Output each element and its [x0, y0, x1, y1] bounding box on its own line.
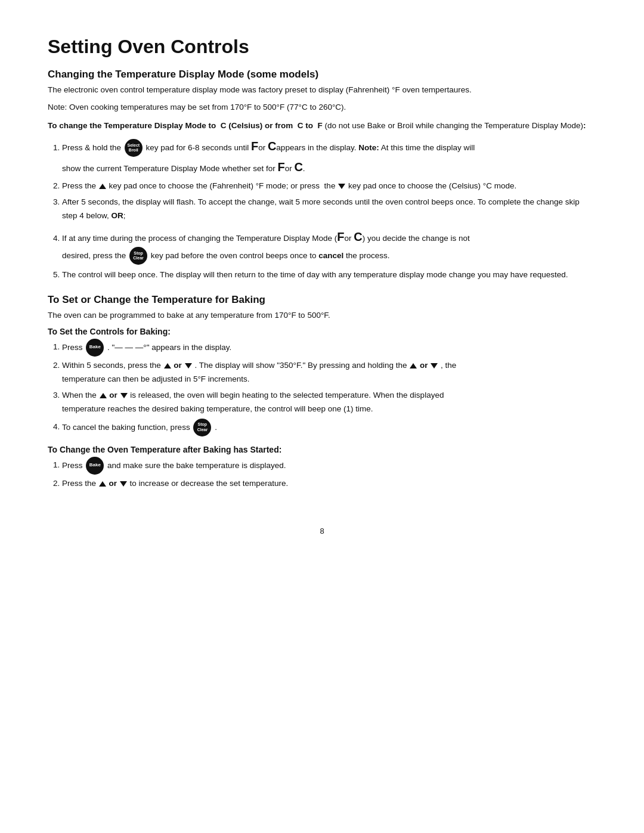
subsection-change-temp: To Change the Oven Temperature after Bak… — [48, 445, 596, 491]
select-broil-button-badge: SelectBroil — [125, 139, 143, 157]
list-item: The control will beep once. The display … — [62, 268, 596, 282]
list-item: Press the or to increase or decrease the… — [62, 477, 596, 491]
list-item: Press & hold the SelectBroil key pad for… — [62, 136, 596, 177]
arrow-down-icon — [185, 363, 192, 368]
arrow-up-icon — [100, 393, 107, 398]
list-item: Press Bake and make sure the bake temper… — [62, 457, 596, 475]
arrow-up-icon — [99, 184, 106, 189]
list-item: After 5 seconds, the display will flash.… — [62, 196, 596, 223]
list-item: Press Bake . "— — —°" appears in the dis… — [62, 339, 596, 357]
arrow-down-icon — [431, 363, 438, 368]
bake-button-badge2: Bake — [86, 457, 104, 475]
subsection2-heading: To Change the Oven Temperature after Bak… — [48, 445, 596, 454]
section2-intro: The oven can be programmed to bake at an… — [48, 309, 596, 322]
section1-steps: Press & hold the SelectBroil key pad for… — [62, 136, 596, 282]
section1-heading: Changing the Temperature Display Mode (s… — [48, 69, 596, 80]
subsection1-steps: Press Bake . "— — —°" appears in the dis… — [62, 339, 596, 436]
list-item: Press the key pad once to choose the (Fa… — [62, 179, 596, 193]
arrow-up-icon — [99, 481, 106, 487]
subsection1-heading: To Set the Controls for Baking: — [48, 327, 596, 336]
section1-bold-instruction: To change the Temperature Display Mode t… — [48, 120, 596, 132]
section1-intro2: Note: Oven cooking temperatures may be s… — [48, 101, 596, 114]
subsection2-steps: Press Bake and make sure the bake temper… — [62, 457, 596, 491]
list-item: If at any time during the process of cha… — [62, 227, 596, 265]
stop-clear-button-badge2: StopClear — [193, 419, 211, 436]
stop-clear-button-badge: StopClear — [129, 247, 147, 265]
list-item: To cancel the baking function, press Sto… — [62, 419, 596, 436]
section1-intro1: The electronic oven control temperature … — [48, 84, 596, 97]
arrow-down-icon — [120, 481, 127, 487]
bake-button-badge: Bake — [86, 339, 104, 357]
section-baking: To Set or Change the Temperature for Bak… — [48, 294, 596, 491]
arrow-down-icon — [338, 184, 345, 189]
section-temperature-display: Changing the Temperature Display Mode (s… — [48, 69, 596, 282]
list-item: When the or is released, the oven will b… — [62, 389, 596, 416]
page-title: Setting Oven Controls — [48, 36, 596, 58]
list-item: Within 5 seconds, press the or . The dis… — [62, 359, 596, 386]
arrow-up-icon — [164, 363, 171, 368]
page-number: 8 — [48, 527, 596, 535]
arrow-up-icon — [410, 363, 417, 368]
subsection-set-controls: To Set the Controls for Baking: Press Ba… — [48, 327, 596, 436]
section2-heading: To Set or Change the Temperature for Bak… — [48, 294, 596, 306]
arrow-down-icon — [120, 393, 128, 398]
